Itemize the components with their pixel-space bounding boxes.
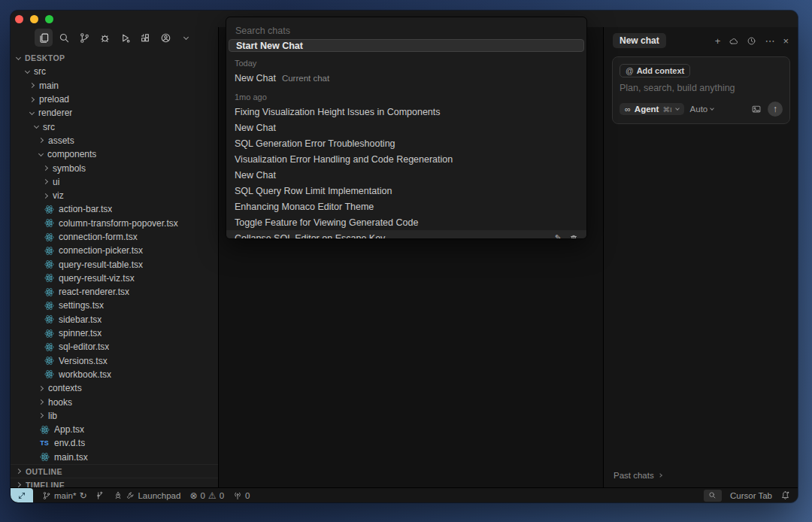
zoom-indicator[interactable]: [704, 490, 722, 502]
tree-folder-preload[interactable]: preload: [11, 93, 218, 106]
tree-file[interactable]: TSenv.d.ts: [11, 436, 218, 450]
react-icon: [39, 452, 50, 463]
tree-file[interactable]: query-result-table.tsx: [11, 257, 218, 271]
tree-folder-assets[interactable]: assets: [11, 134, 218, 147]
close-panel-icon[interactable]: ×: [783, 36, 789, 46]
tree-file[interactable]: query-result-viz.tsx: [11, 272, 218, 285]
tree-file[interactable]: main.tsx: [11, 451, 218, 464]
source-control-icon[interactable]: [75, 29, 93, 47]
search-icon[interactable]: [55, 29, 73, 47]
tree-folder-main[interactable]: main: [11, 79, 218, 93]
chevron-right-icon: [29, 96, 35, 102]
minimize-window-button[interactable]: [30, 15, 38, 23]
magnifier-icon: [708, 491, 717, 499]
tree-folder-hooks[interactable]: hooks: [11, 395, 218, 408]
more-actions-icon[interactable]: ⋯: [765, 36, 774, 46]
tree-folder-symbols[interactable]: symbols: [11, 161, 218, 175]
chat-list-item[interactable]: Visualization Error Handling and Code Re…: [226, 151, 586, 167]
editor-window: DESKTOP src main preload renderer src as…: [11, 11, 798, 502]
send-button[interactable]: ↑: [768, 102, 783, 117]
broadcast-icon: [233, 491, 242, 500]
composer-placeholder[interactable]: Plan, search, build anything: [620, 83, 783, 93]
tree-folder-lib[interactable]: lib: [11, 409, 218, 423]
notifications-bell-icon[interactable]: [780, 490, 790, 500]
chevron-right-icon: [658, 473, 662, 478]
tree-file[interactable]: sql-editor.tsx: [11, 340, 218, 354]
tree-file[interactable]: Versions.tsx: [11, 354, 218, 368]
react-icon: [44, 218, 54, 229]
tree-file[interactable]: spinner.tsx: [11, 326, 218, 340]
close-window-button[interactable]: [15, 15, 23, 23]
cursor-tab-status[interactable]: Cursor Tab: [730, 491, 772, 500]
tree-file[interactable]: connection-picker.tsx: [11, 244, 218, 257]
zoom-window-button[interactable]: [45, 15, 53, 23]
chevron-right-icon: [38, 138, 44, 143]
model-selector[interactable]: Auto: [690, 105, 714, 114]
delete-chat-icon[interactable]: [569, 234, 578, 240]
chat-list-item[interactable]: New Chat Current chat: [226, 70, 586, 86]
debug-icon[interactable]: [95, 29, 114, 47]
tree-folder-src[interactable]: src: [11, 65, 218, 78]
git-branch-status[interactable]: main* ↻: [42, 491, 86, 500]
tree-folder-components[interactable]: components: [11, 147, 218, 161]
attach-image-icon[interactable]: [751, 104, 762, 114]
more-views-chevron-icon[interactable]: [177, 29, 195, 47]
start-new-chat-item[interactable]: Start New Chat: [229, 39, 584, 52]
desktop-wallpaper: DESKTOP src main preload renderer src as…: [0, 0, 812, 522]
react-icon: [44, 369, 54, 380]
add-context-button[interactable]: @Add context: [620, 64, 690, 77]
tree-file[interactable]: sidebar.tsx: [11, 313, 218, 326]
section-outline[interactable]: OUTLINE: [11, 464, 218, 478]
search-chats-input[interactable]: [235, 26, 577, 36]
chevron-down-icon: [34, 123, 39, 129]
error-icon: ⊗: [189, 491, 197, 500]
chat-list-item[interactable]: New Chat: [226, 120, 586, 135]
tree-file[interactable]: action-bar.tsx: [11, 202, 218, 216]
cloud-icon[interactable]: [729, 36, 738, 46]
chat-list-item[interactable]: Toggle Feature for Viewing Generated Cod…: [226, 214, 586, 230]
new-chat-icon[interactable]: +: [715, 36, 721, 46]
chat-list-item-hovered[interactable]: Collapse SQL Editor on Escape Key ✎: [226, 230, 586, 239]
chevron-right-icon: [16, 482, 21, 487]
tree-file[interactable]: App.tsx: [11, 423, 218, 436]
tree-file[interactable]: column-transform-popover.tsx: [11, 217, 218, 230]
accounts-icon[interactable]: [156, 29, 174, 47]
history-icon[interactable]: [747, 36, 756, 46]
section-desktop[interactable]: DESKTOP: [11, 51, 218, 65]
tree-file[interactable]: workbook.tsx: [11, 368, 218, 381]
git-graph-status[interactable]: [95, 491, 105, 500]
extensions-icon[interactable]: [136, 29, 154, 47]
warning-icon: ⚠: [208, 491, 217, 500]
ports-status[interactable]: 0: [233, 491, 250, 500]
tree-folder-src-nested[interactable]: src: [11, 120, 218, 133]
explorer-icon[interactable]: [35, 29, 53, 47]
chat-list-item[interactable]: Enhancing Monaco Editor Theme: [226, 199, 586, 214]
chat-tab[interactable]: New chat: [613, 33, 666, 48]
agent-mode-selector[interactable]: ∞ Agent ⌘I: [620, 103, 684, 115]
run-icon[interactable]: [116, 29, 134, 47]
tree-file[interactable]: settings.tsx: [11, 299, 218, 312]
problems-status[interactable]: ⊗ 0 ⚠ 0: [189, 491, 224, 500]
react-icon: [44, 259, 54, 270]
tree-folder-renderer[interactable]: renderer: [11, 106, 218, 120]
activity-bar: [11, 27, 218, 48]
chevron-down-icon: [38, 151, 44, 156]
tree-file[interactable]: react-renderer.tsx: [11, 285, 218, 299]
chat-list-item[interactable]: New Chat: [226, 167, 586, 183]
tree-folder-viz[interactable]: viz: [11, 189, 218, 202]
remote-indicator[interactable]: [11, 488, 33, 503]
tree-folder-ui[interactable]: ui: [11, 175, 218, 189]
chat-list-item[interactable]: Fixing Visualization Height Issues in Co…: [226, 104, 586, 120]
chat-list-item[interactable]: SQL Generation Error Troubleshooting: [226, 135, 586, 151]
tree-folder-contexts[interactable]: contexts: [11, 381, 218, 395]
edit-chat-icon[interactable]: ✎: [555, 233, 562, 239]
section-timeline[interactable]: TIMELINE: [11, 478, 218, 487]
tree-file[interactable]: connection-form.tsx: [11, 230, 218, 244]
chevron-down-icon: [29, 110, 35, 115]
past-chats-link[interactable]: Past chats: [604, 471, 798, 487]
chat-composer[interactable]: @Add context Plan, search, build anythin…: [612, 56, 790, 124]
chevron-right-icon: [38, 386, 44, 391]
chat-group-label: 1mo ago: [226, 90, 586, 104]
launchpad-status[interactable]: Launchpad: [114, 491, 180, 500]
chat-list-item[interactable]: SQL Query Row Limit Implementation: [226, 183, 586, 199]
